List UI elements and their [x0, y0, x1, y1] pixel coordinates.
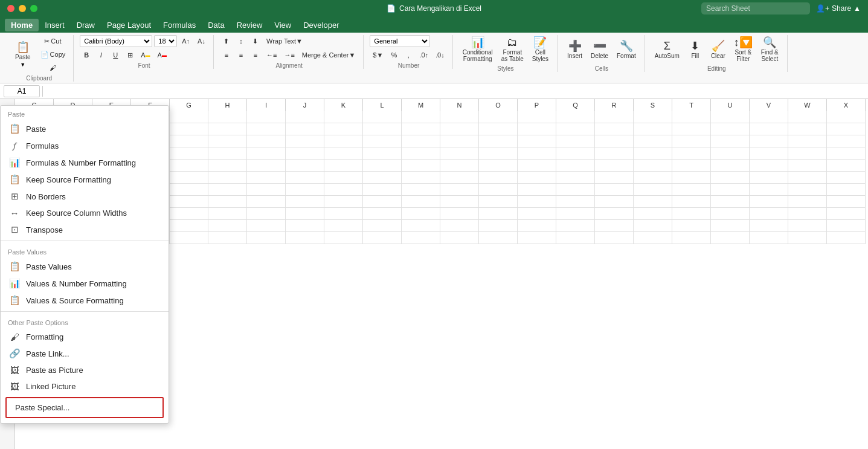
paste-item-linked-picture[interactable]: 🖼 Linked Picture	[1, 378, 169, 395]
cell-U28[interactable]	[711, 135, 750, 147]
cell-N34[interactable]	[440, 208, 479, 220]
cell-W32[interactable]	[788, 184, 827, 196]
cell-O29[interactable]	[479, 147, 518, 160]
paste-item-transpose[interactable]: ⊡ Transpose	[1, 221, 169, 238]
cell-K27[interactable]	[324, 123, 363, 135]
paste-item-formulas[interactable]: 𝑓 Formulas	[1, 137, 169, 154]
cell-O31[interactable]	[479, 172, 518, 184]
cell-T31[interactable]	[672, 172, 711, 184]
cell-N31[interactable]	[440, 172, 479, 184]
menu-page-layout[interactable]: Page Layout	[101, 19, 157, 31]
cell-K33[interactable]	[324, 196, 363, 208]
paste-item-paste[interactable]: 📋 Paste	[1, 120, 169, 137]
paste-item-formulas-number[interactable]: 📊 Formulas & Number Formatting	[1, 154, 169, 171]
cell-J31[interactable]	[286, 172, 324, 184]
cell-J30[interactable]	[286, 160, 324, 172]
cell-Q32[interactable]	[556, 184, 595, 196]
cell-S31[interactable]	[634, 172, 672, 184]
search-input[interactable]	[701, 2, 810, 15]
cell-O32[interactable]	[479, 184, 518, 196]
font-size-select[interactable]: 18	[154, 35, 177, 47]
cell-V35[interactable]	[750, 220, 788, 232]
menu-developer[interactable]: Developer	[297, 19, 345, 31]
cell-V31[interactable]	[750, 172, 788, 184]
indent-less-button[interactable]: ←≡	[263, 49, 280, 61]
cell-M27[interactable]	[402, 123, 440, 135]
cell-X32[interactable]	[827, 184, 866, 196]
menu-insert[interactable]: Insert	[39, 19, 71, 31]
bold-button[interactable]: B	[80, 49, 93, 61]
cell-T27[interactable]	[672, 123, 711, 135]
cell-S36[interactable]	[634, 232, 672, 244]
cell-S28[interactable]	[634, 135, 672, 147]
cell-S35[interactable]	[634, 220, 672, 232]
share-button[interactable]: 👤+ Share ▲	[816, 4, 861, 13]
currency-button[interactable]: $▼	[370, 49, 386, 61]
cell-L27[interactable]	[363, 123, 402, 135]
cell-X34[interactable]	[827, 208, 866, 220]
cell-N35[interactable]	[440, 220, 479, 232]
cell-Q28[interactable]	[556, 135, 595, 147]
cell-U34[interactable]	[711, 208, 750, 220]
paste-item-formatting[interactable]: 🖌 Formatting	[1, 329, 169, 345]
cell-T32[interactable]	[672, 184, 711, 196]
cell-I35[interactable]	[247, 220, 286, 232]
cell-P29[interactable]	[518, 147, 556, 160]
paste-special-button[interactable]: Paste Special...	[5, 397, 164, 418]
cell-L36[interactable]	[363, 232, 402, 244]
cell-K34[interactable]	[324, 208, 363, 220]
cell-T35[interactable]	[672, 220, 711, 232]
indent-more-button[interactable]: →≡	[281, 49, 297, 61]
cell-Q34[interactable]	[556, 208, 595, 220]
cell-R27[interactable]	[595, 123, 634, 135]
align-center-button[interactable]: ≡	[234, 49, 248, 61]
cell-M28[interactable]	[402, 135, 440, 147]
cell-R30[interactable]	[595, 160, 634, 172]
find-select-button[interactable]: 🔍 Find & Select	[757, 35, 782, 64]
cell-G34[interactable]	[170, 208, 208, 220]
underline-button[interactable]: U	[109, 49, 122, 61]
formula-input[interactable]	[45, 87, 864, 95]
cell-S27[interactable]	[634, 123, 672, 135]
cell-O33[interactable]	[479, 196, 518, 208]
cell-K26[interactable]	[324, 111, 363, 123]
cell-O26[interactable]	[479, 111, 518, 123]
cell-V33[interactable]	[750, 196, 788, 208]
cell-O30[interactable]	[479, 160, 518, 172]
cell-U31[interactable]	[711, 172, 750, 184]
cell-S34[interactable]	[634, 208, 672, 220]
cell-K29[interactable]	[324, 147, 363, 160]
increase-decimal-button[interactable]: .0↑	[416, 49, 431, 61]
italic-button[interactable]: I	[94, 49, 108, 61]
cell-U35[interactable]	[711, 220, 750, 232]
fill-color-button[interactable]: A▬	[138, 49, 153, 61]
cell-S32[interactable]	[634, 184, 672, 196]
cell-K31[interactable]	[324, 172, 363, 184]
cell-O36[interactable]	[479, 232, 518, 244]
paste-item-values[interactable]: 📋 Paste Values	[1, 258, 169, 275]
cell-W30[interactable]	[788, 160, 827, 172]
cell-M36[interactable]	[402, 232, 440, 244]
menu-home[interactable]: Home	[5, 19, 39, 31]
cell-X33[interactable]	[827, 196, 866, 208]
insert-button[interactable]: ➕ Insert	[564, 35, 586, 64]
cell-Q33[interactable]	[556, 196, 595, 208]
cell-P34[interactable]	[518, 208, 556, 220]
cell-U30[interactable]	[711, 160, 750, 172]
cell-G32[interactable]	[170, 184, 208, 196]
cell-I33[interactable]	[247, 196, 286, 208]
cell-O34[interactable]	[479, 208, 518, 220]
cell-G26[interactable]	[170, 111, 208, 123]
cell-V36[interactable]	[750, 232, 788, 244]
cell-L34[interactable]	[363, 208, 402, 220]
cell-W36[interactable]	[788, 232, 827, 244]
cell-N26[interactable]	[440, 111, 479, 123]
increase-font-button[interactable]: A↑	[179, 35, 193, 47]
cell-P28[interactable]	[518, 135, 556, 147]
cell-R29[interactable]	[595, 147, 634, 160]
cell-H34[interactable]	[208, 208, 247, 220]
cell-H26[interactable]	[208, 111, 247, 123]
cell-U27[interactable]	[711, 123, 750, 135]
cell-Q27[interactable]	[556, 123, 595, 135]
cell-X29[interactable]	[827, 147, 866, 160]
